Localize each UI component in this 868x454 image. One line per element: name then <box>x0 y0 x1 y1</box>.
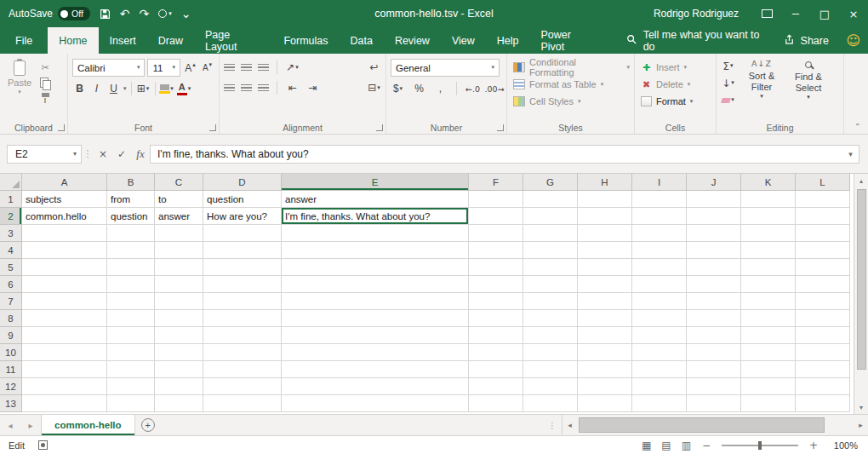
decrease-decimal-button[interactable]: .00→ <box>487 80 502 97</box>
cell-I4[interactable] <box>632 242 687 259</box>
cell-K11[interactable] <box>741 361 796 378</box>
cell-C7[interactable] <box>155 293 203 310</box>
cell-B6[interactable] <box>107 276 155 293</box>
cell-F8[interactable] <box>469 310 523 327</box>
format-cells-button[interactable]: Format ▾ <box>639 93 711 110</box>
touch-mode-button[interactable]: ▾ <box>158 9 172 18</box>
tab-formulas[interactable]: Formulas <box>272 27 339 54</box>
cell-L6[interactable] <box>796 276 850 293</box>
tab-data[interactable]: Data <box>339 27 383 54</box>
cell-L5[interactable] <box>796 259 850 276</box>
sort-filter-button[interactable]: A↓Z Sort & Filter ▾ <box>741 59 782 107</box>
cell-I10[interactable] <box>632 344 687 361</box>
font-color-button[interactable]: A▾ <box>177 80 191 97</box>
cell-D11[interactable] <box>203 361 282 378</box>
number-format-select[interactable]: General▾ <box>391 59 500 77</box>
cell-K4[interactable] <box>741 242 796 259</box>
cell-C3[interactable] <box>155 225 203 242</box>
cell-A2[interactable]: common.hello <box>22 208 107 225</box>
cell-H1[interactable] <box>578 191 632 208</box>
column-header-E[interactable]: E <box>282 174 469 191</box>
cell-C5[interactable] <box>155 259 203 276</box>
cell-G6[interactable] <box>523 276 578 293</box>
tab-review[interactable]: Review <box>384 27 441 54</box>
cell-H12[interactable] <box>578 378 632 395</box>
copy-icon[interactable] <box>40 78 50 89</box>
cell-K13[interactable] <box>741 395 796 412</box>
autosave-toggle[interactable]: AutoSave Off <box>9 7 90 20</box>
horizontal-scroll-thumb[interactable] <box>579 417 825 433</box>
redo-button[interactable]: ↷ <box>140 7 150 20</box>
cell-L10[interactable] <box>796 344 850 361</box>
chevron-down-icon[interactable]: ▾ <box>123 86 127 92</box>
cell-G13[interactable] <box>523 395 578 412</box>
cell-G1[interactable] <box>523 191 578 208</box>
cell-K2[interactable] <box>741 208 796 225</box>
cell-E7[interactable] <box>282 293 469 310</box>
cell-E2[interactable]: I'm fine, thanks. What about you? <box>282 208 469 225</box>
normal-view-icon[interactable]: ▦ <box>642 440 651 451</box>
cell-G10[interactable] <box>523 344 578 361</box>
cell-A9[interactable] <box>22 327 107 344</box>
cell-D5[interactable] <box>203 259 282 276</box>
cell-J8[interactable] <box>687 310 741 327</box>
align-right-icon[interactable] <box>258 84 269 92</box>
cell-F1[interactable] <box>469 191 523 208</box>
cell-J11[interactable] <box>687 361 741 378</box>
scroll-up-icon[interactable]: ▴ <box>854 174 868 187</box>
save-button[interactable] <box>100 9 111 20</box>
cell-H7[interactable] <box>578 293 632 310</box>
cell-G7[interactable] <box>523 293 578 310</box>
page-layout-view-icon[interactable]: ▤ <box>661 440 671 451</box>
cell-L11[interactable] <box>796 361 850 378</box>
align-bottom-icon[interactable] <box>258 64 269 72</box>
font-dialog-launcher-icon[interactable] <box>209 124 216 131</box>
conditional-formatting-button[interactable]: Conditional Formatting ▾ <box>511 59 630 76</box>
cell-J9[interactable] <box>687 327 741 344</box>
cell-C8[interactable] <box>155 310 203 327</box>
cell-J6[interactable] <box>687 276 741 293</box>
cell-A4[interactable] <box>22 242 107 259</box>
sheet-tab-common-hello[interactable]: common-hello <box>41 415 135 435</box>
row-header-12[interactable]: 12 <box>0 378 22 395</box>
format-painter-icon[interactable] <box>42 93 49 103</box>
align-top-icon[interactable] <box>224 64 235 72</box>
cell-K7[interactable] <box>741 293 796 310</box>
cell-I8[interactable] <box>632 310 687 327</box>
cell-F13[interactable] <box>469 395 523 412</box>
paste-button[interactable]: Paste ▾ <box>4 59 35 103</box>
row-header-4[interactable]: 4 <box>0 242 22 259</box>
feedback-smiley-icon[interactable]: ☺ <box>839 27 868 54</box>
sheet-nav-left-icon[interactable]: ◂ <box>0 415 20 435</box>
cell-G5[interactable] <box>523 259 578 276</box>
cell-H2[interactable] <box>578 208 632 225</box>
scroll-left-icon[interactable]: ◂ <box>562 421 577 429</box>
cell-E1[interactable]: answer <box>282 191 469 208</box>
decrease-font-size-button[interactable]: A▾ <box>200 60 214 77</box>
tab-draw[interactable]: Draw <box>147 27 194 54</box>
cell-E6[interactable] <box>282 276 469 293</box>
ribbon-display-options-button[interactable] <box>752 0 781 27</box>
row-header-5[interactable]: 5 <box>0 259 22 276</box>
vertical-scroll-thumb[interactable] <box>857 189 866 370</box>
cell-H3[interactable] <box>578 225 632 242</box>
wrap-text-button[interactable]: ↩ <box>367 59 381 76</box>
tab-insert[interactable]: Insert <box>99 27 147 54</box>
zoom-level[interactable]: 100% <box>829 440 858 451</box>
fill-button[interactable]: ↓▾ <box>721 76 735 90</box>
tab-view[interactable]: View <box>441 27 486 54</box>
cell-B1[interactable]: from <box>107 191 155 208</box>
italic-button[interactable]: I <box>89 80 104 97</box>
cell-L9[interactable] <box>796 327 850 344</box>
cell-D1[interactable]: question <box>203 191 282 208</box>
cell-B5[interactable] <box>107 259 155 276</box>
cell-styles-button[interactable]: Cell Styles ▾ <box>511 93 630 110</box>
column-header-I[interactable]: I <box>632 174 687 191</box>
cell-B3[interactable] <box>107 225 155 242</box>
cell-I11[interactable] <box>632 361 687 378</box>
cell-D4[interactable] <box>203 242 282 259</box>
cell-I1[interactable] <box>632 191 687 208</box>
autosum-button[interactable]: Σ▾ <box>721 59 735 73</box>
cell-A6[interactable] <box>22 276 107 293</box>
cell-H11[interactable] <box>578 361 632 378</box>
